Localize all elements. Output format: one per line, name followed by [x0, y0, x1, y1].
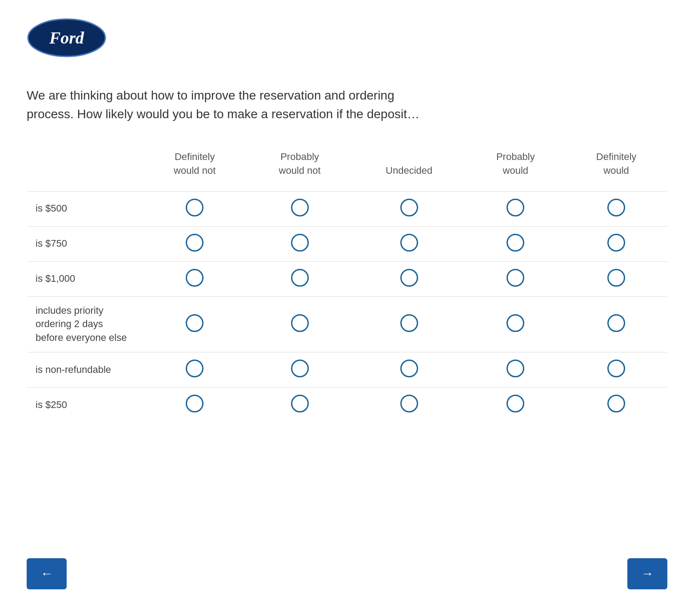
radio-probably-not-row1[interactable]: [291, 234, 309, 252]
radio-probably-would-row2[interactable]: [507, 269, 524, 287]
cell-probably-not-1: [247, 226, 352, 261]
cell-probably-would-2: [466, 261, 565, 296]
cell-probably-not-5: [247, 387, 352, 422]
cell-probably-not-4: [247, 352, 352, 387]
row-label-2: is $1,000: [27, 261, 142, 296]
cell-probably-not-0: [247, 191, 352, 226]
radio-definitely-not-row0[interactable]: [186, 199, 203, 216]
cell-undecided-3: [352, 296, 466, 352]
col-header-label: [27, 146, 142, 191]
next-arrow-icon: →: [641, 567, 654, 581]
radio-probably-not-row5[interactable]: [291, 395, 309, 412]
radio-definitely-not-row2[interactable]: [186, 269, 203, 287]
table-row: is $750: [27, 226, 667, 261]
table-row: is $500: [27, 191, 667, 226]
cell-undecided-2: [352, 261, 466, 296]
cell-probably-not-2: [247, 261, 352, 296]
col-header-undecided: Undecided: [352, 146, 466, 191]
col-header-probably-not: Probablywould not: [247, 146, 352, 191]
cell-probably-would-3: [466, 296, 565, 352]
nav-buttons: ← →: [27, 558, 667, 589]
row-label-5: is $250: [27, 387, 142, 422]
radio-probably-would-row3[interactable]: [507, 314, 524, 332]
cell-undecided-1: [352, 226, 466, 261]
radio-probably-would-row4[interactable]: [507, 360, 524, 377]
cell-probably-would-1: [466, 226, 565, 261]
table-row: is $1,000: [27, 261, 667, 296]
cell-definitely-not-3: [142, 296, 247, 352]
radio-definitely-would-row1[interactable]: [607, 234, 625, 252]
radio-probably-not-row3[interactable]: [291, 314, 309, 332]
radio-definitely-not-row3[interactable]: [186, 314, 203, 332]
col-header-definitely-not: Definitelywould not: [142, 146, 247, 191]
radio-definitely-not-row4[interactable]: [186, 360, 203, 377]
radio-probably-not-row2[interactable]: [291, 269, 309, 287]
cell-definitely-would-0: [565, 191, 667, 226]
radio-probably-would-row1[interactable]: [507, 234, 524, 252]
ford-logo: Ford: [27, 18, 107, 58]
radio-probably-would-row0[interactable]: [507, 199, 524, 216]
table-row: is $250: [27, 387, 667, 422]
row-label-4: is non-refundable: [27, 352, 142, 387]
row-label-0: is $500: [27, 191, 142, 226]
col-header-definitely-would: Definitelywould: [565, 146, 667, 191]
radio-undecided-row4[interactable]: [400, 360, 418, 377]
radio-undecided-row5[interactable]: [400, 395, 418, 412]
cell-definitely-not-4: [142, 352, 247, 387]
radio-undecided-row1[interactable]: [400, 234, 418, 252]
radio-definitely-not-row5[interactable]: [186, 395, 203, 412]
radio-definitely-would-row4[interactable]: [607, 360, 625, 377]
cell-probably-not-3: [247, 296, 352, 352]
radio-definitely-would-row0[interactable]: [607, 199, 625, 216]
row-label-1: is $750: [27, 226, 142, 261]
cell-definitely-not-1: [142, 226, 247, 261]
radio-definitely-would-row2[interactable]: [607, 269, 625, 287]
radio-probably-would-row5[interactable]: [507, 395, 524, 412]
radio-definitely-not-row1[interactable]: [186, 234, 203, 252]
row-label-3: includes priority ordering 2 days before…: [27, 296, 142, 352]
cell-probably-would-5: [466, 387, 565, 422]
cell-definitely-would-3: [565, 296, 667, 352]
radio-definitely-would-row5[interactable]: [607, 395, 625, 412]
cell-probably-would-0: [466, 191, 565, 226]
table-row: includes priority ordering 2 days before…: [27, 296, 667, 352]
svg-text:Ford: Ford: [49, 28, 84, 47]
radio-undecided-row2[interactable]: [400, 269, 418, 287]
cell-definitely-would-5: [565, 387, 667, 422]
cell-definitely-would-2: [565, 261, 667, 296]
radio-undecided-row0[interactable]: [400, 199, 418, 216]
cell-undecided-4: [352, 352, 466, 387]
radio-undecided-row3[interactable]: [400, 314, 418, 332]
radio-probably-not-row0[interactable]: [291, 199, 309, 216]
radio-probably-not-row4[interactable]: [291, 360, 309, 377]
cell-definitely-would-1: [565, 226, 667, 261]
next-button[interactable]: →: [627, 558, 667, 589]
radio-definitely-would-row3[interactable]: [607, 314, 625, 332]
header: Ford: [27, 18, 667, 60]
cell-definitely-not-0: [142, 191, 247, 226]
question-text: We are thinking about how to improve the…: [27, 86, 427, 124]
page-wrapper: Ford We are thinking about how to improv…: [0, 0, 694, 616]
table-header-row: Definitelywould not Probablywould not Un…: [27, 146, 667, 191]
table-row: is non-refundable: [27, 352, 667, 387]
cell-definitely-would-4: [565, 352, 667, 387]
cell-definitely-not-5: [142, 387, 247, 422]
col-header-probably-would: Probablywould: [466, 146, 565, 191]
cell-undecided-5: [352, 387, 466, 422]
back-button[interactable]: ←: [27, 558, 67, 589]
survey-table: Definitelywould not Probablywould not Un…: [27, 146, 667, 422]
cell-definitely-not-2: [142, 261, 247, 296]
back-arrow-icon: ←: [40, 567, 53, 581]
cell-undecided-0: [352, 191, 466, 226]
cell-probably-would-4: [466, 352, 565, 387]
